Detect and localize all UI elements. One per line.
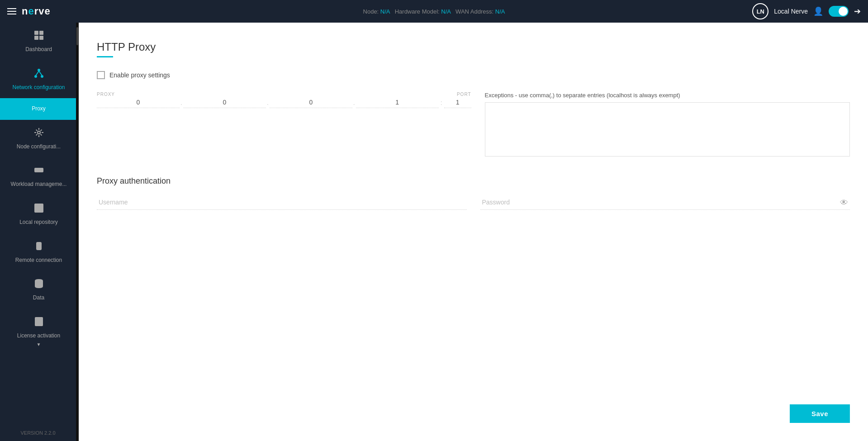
app-logo: nerve (22, 5, 51, 17)
sidebar-item-data-label: Data (33, 294, 44, 302)
sidebar-item-license-activation[interactable]: License activation ▼ (0, 309, 76, 355)
repository-icon (33, 203, 44, 216)
version-label: VERSION 2.2.0 (0, 425, 76, 441)
hardware-label: Hardware Model: (395, 8, 440, 15)
sidebar-item-proxy-label: Proxy (32, 105, 46, 113)
enable-proxy-row: Enable proxy settings (97, 71, 850, 79)
svg-point-6 (41, 76, 43, 77)
svg-rect-14 (35, 204, 43, 212)
save-button-row: Save (790, 404, 850, 423)
port-input[interactable] (444, 97, 471, 108)
sidebar-item-proxy[interactable]: Proxy (0, 98, 76, 120)
password-input[interactable] (480, 195, 850, 210)
theme-toggle[interactable] (829, 6, 849, 17)
show-password-icon[interactable]: 👁 (840, 198, 848, 207)
network-icon (33, 68, 44, 81)
main-content: HTTP Proxy Enable proxy settings PROXY P… (79, 23, 868, 441)
proxy-left-panel: PROXY PORT . . . : (97, 92, 471, 110)
node-icon (33, 127, 44, 141)
proxy-labels-row: PROXY PORT (97, 92, 471, 97)
sidebar-item-network-configuration[interactable]: Network configuration (0, 61, 76, 99)
topbar: nerve Node: N/A Hardware Model: N/A WAN … (0, 0, 868, 23)
toggle-knob (839, 7, 848, 16)
sidebar-item-dashboard[interactable]: Dashboard (0, 23, 76, 61)
ip-octet-4[interactable] (356, 97, 439, 108)
ip-row: . . . : (97, 97, 471, 108)
svg-rect-2 (34, 36, 38, 40)
hardware-value: N/A (441, 8, 451, 15)
workload-icon (33, 165, 44, 178)
sidebar-item-repository-label: Local repository (19, 219, 58, 226)
proxy-label: PROXY (97, 92, 435, 97)
local-nerve-label: Local Nerve (774, 8, 808, 15)
logout-icon[interactable]: ➔ (854, 6, 861, 16)
sidebar-item-node-configuration[interactable]: Node configurati... (0, 120, 76, 158)
svg-rect-3 (39, 36, 43, 40)
dashboard-icon (33, 30, 44, 43)
svg-point-16 (38, 248, 39, 249)
proxy-section: PROXY PORT . . . : Exceptions - use comm… (97, 92, 850, 158)
exceptions-textarea[interactable] (485, 102, 850, 156)
svg-rect-0 (34, 31, 38, 35)
auth-section-title: Proxy authentication (97, 176, 850, 186)
sidebar-item-license-label: License activation (17, 332, 60, 340)
node-label: Node: (363, 8, 379, 15)
proxy-right-panel: Exceptions - use comma(,) to separate en… (485, 92, 850, 158)
wan-value: N/A (495, 8, 505, 15)
svg-point-4 (38, 69, 40, 71)
ip-octet-3[interactable] (270, 97, 352, 108)
license-icon (33, 316, 44, 330)
ip-dot-1: . (180, 99, 183, 106)
sidebar-item-workload-management[interactable]: Workload manageme... (0, 157, 76, 195)
username-field (97, 195, 467, 210)
auth-row: 👁 (97, 195, 850, 210)
svg-line-8 (39, 71, 42, 76)
data-icon (33, 278, 44, 292)
remote-icon (33, 241, 44, 254)
sidebar-item-network-label: Network configuration (12, 84, 65, 91)
page-title: HTTP Proxy (97, 41, 850, 53)
svg-rect-1 (39, 31, 43, 35)
svg-point-5 (35, 76, 37, 77)
page-title-underline (97, 56, 113, 57)
enable-proxy-checkbox[interactable] (97, 71, 105, 79)
sidebar-item-node-label: Node configurati... (17, 143, 61, 151)
ip-octet-2[interactable] (183, 97, 266, 108)
enable-proxy-label: Enable proxy settings (109, 71, 170, 79)
svg-point-9 (38, 131, 40, 134)
avatar: LN (752, 3, 768, 19)
sidebar-item-remote-connection[interactable]: Remote connection (0, 233, 76, 271)
ip-dot-2: . (266, 99, 270, 106)
hamburger-menu[interactable] (7, 8, 16, 14)
wan-label: WAN Address: (455, 8, 493, 15)
ip-dot-3: . (352, 99, 356, 106)
user-icon[interactable]: 👤 (813, 6, 823, 16)
port-label: PORT (435, 92, 471, 97)
sidebar-item-remote-label: Remote connection (15, 257, 62, 264)
node-info: Node: N/A Hardware Model: N/A WAN Addres… (363, 8, 505, 15)
sidebar: Dashboard Network configuration Proxy No… (0, 23, 76, 441)
username-input[interactable] (97, 195, 467, 210)
svg-line-7 (36, 71, 39, 76)
avatar-initials: LN (757, 8, 764, 15)
sidebar-item-local-repository[interactable]: Local repository (0, 195, 76, 233)
ip-colon: : (439, 99, 444, 106)
save-button[interactable]: Save (790, 404, 850, 423)
password-field: 👁 (480, 195, 850, 210)
chevron-down-icon: ▼ (37, 342, 41, 347)
sidebar-item-dashboard-label: Dashboard (25, 46, 52, 53)
ip-octet-1[interactable] (97, 97, 180, 108)
sidebar-item-workload-label: Workload manageme... (11, 181, 67, 188)
exceptions-label: Exceptions - use comma(,) to separate en… (485, 92, 850, 99)
node-value: N/A (380, 8, 390, 15)
scrollbar-thumb (76, 27, 78, 45)
sidebar-item-data[interactable]: Data (0, 271, 76, 309)
